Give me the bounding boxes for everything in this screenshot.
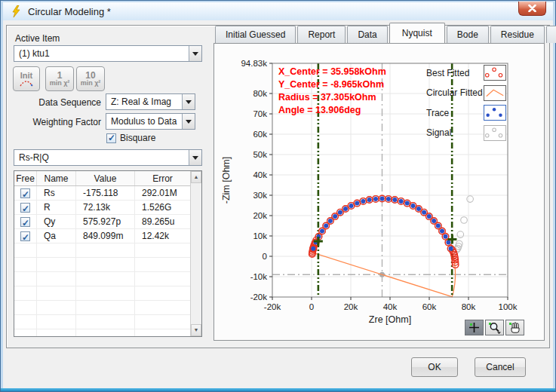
svg-text:-20k: -20k [250, 292, 268, 302]
weighting-factor-value: Modulus to Data [111, 116, 177, 127]
titlebar[interactable]: Circular Modeling * [3, 2, 553, 20]
window-bottom-edge [1, 388, 555, 391]
table-row-empty [14, 329, 190, 337]
plot-legend: Best FittedCircular FittedTraceSignal [426, 65, 506, 145]
legend-item: Circular Fitted [426, 85, 506, 101]
init-button-label: Init [20, 71, 33, 80]
bisquare-option: Bisquare [106, 133, 155, 143]
legend-item: Trace [426, 105, 506, 121]
scroll-up-icon[interactable]: ▲ [191, 171, 201, 183]
table-header: FreeNameValueError [14, 171, 190, 186]
init-curve-icon [19, 80, 34, 87]
legend-glyph-signal[interactable] [484, 125, 506, 141]
magnifier-icon [487, 321, 502, 334]
active-item-dropdown-button[interactable] [189, 46, 201, 61]
svg-text:60k: 60k [253, 130, 267, 139]
min-chi2-10-bottom: min χ² [81, 80, 101, 87]
svg-text:30k: 30k [253, 191, 267, 200]
table-row[interactable]: Qa849.099m12.42k [14, 229, 190, 243]
tab-initial-guessed[interactable]: Initial Guessed [215, 26, 296, 43]
svg-text:-Zim [Ohm]: -Zim [Ohm] [221, 157, 232, 204]
zoom-tool-button[interactable] [485, 320, 504, 335]
table-row-empty [14, 258, 190, 272]
free-checkbox[interactable] [20, 203, 30, 213]
table-row[interactable]: Qy575.927p89.265u [14, 215, 190, 229]
chevron-down-icon [186, 100, 192, 104]
data-sequence-combobox[interactable]: Z: Real & Imag [106, 93, 195, 110]
active-item-value: (1) ktu1 [19, 48, 50, 59]
app-lightning-icon [11, 5, 22, 17]
bisquare-checkbox[interactable] [106, 133, 116, 143]
svg-text:80k: 80k [462, 302, 476, 311]
active-item-label: Active Item [15, 33, 60, 44]
free-checkbox[interactable] [20, 217, 30, 227]
model-value: Rs-R|Q [19, 152, 49, 163]
table-row-empty [14, 286, 190, 301]
svg-text:-20k: -20k [264, 302, 281, 311]
table-row-empty [14, 315, 190, 329]
cancel-button[interactable]: Cancel [475, 357, 526, 377]
svg-text:0: 0 [309, 302, 314, 311]
tab-report[interactable]: Report [297, 26, 346, 43]
table-row[interactable]: R72.13k1.526G [14, 201, 190, 215]
free-checkbox[interactable] [20, 231, 30, 241]
scroll-down-icon[interactable]: ▼ [191, 324, 201, 336]
active-item-combobox[interactable]: (1) ktu1 [14, 45, 202, 62]
min-chi2-10-button[interactable]: 10 min χ² [76, 66, 105, 91]
model-combobox[interactable]: Rs-R|Q [14, 149, 202, 166]
close-button[interactable] [518, 2, 546, 16]
weighting-factor-combobox[interactable]: Modulus to Data [106, 113, 195, 130]
legend-glyph-trace[interactable] [484, 105, 506, 121]
svg-text:70k: 70k [253, 109, 267, 118]
data-sequence-value: Z: Real & Imag [111, 96, 171, 107]
bisquare-label: Bisquare [120, 133, 155, 143]
table-scrollbar[interactable]: ▲ ▼ [190, 171, 201, 336]
legend-label: Best Fitted [426, 68, 484, 78]
table-row-empty [14, 301, 190, 315]
svg-text:40k: 40k [383, 302, 398, 311]
tab-strip: Initial GuessedReportDataNyquistBodeResi… [215, 25, 556, 43]
svg-text:0: 0 [263, 252, 267, 261]
ok-button[interactable]: OK [411, 357, 458, 377]
chevron-down-icon [192, 156, 198, 160]
svg-text:60k: 60k [422, 302, 437, 311]
pan-tool-button[interactable] [505, 320, 524, 335]
svg-text:10k: 10k [253, 231, 267, 240]
chevron-down-icon [186, 120, 192, 124]
svg-text:80k: 80k [253, 89, 267, 98]
init-button[interactable]: Init [13, 66, 40, 91]
close-icon [528, 5, 536, 12]
model-dropdown-button[interactable] [189, 150, 201, 165]
min-chi2-1-button[interactable]: 1 min χ² [45, 66, 74, 91]
legend-item: Signal [426, 125, 506, 141]
svg-text:-10k: -10k [250, 272, 268, 281]
legend-glyph-best-fitted[interactable] [484, 65, 506, 81]
window-title: Circular Modeling * [28, 6, 111, 17]
legend-glyph-circular-fitted[interactable] [484, 85, 506, 101]
crosshair-icon [467, 321, 481, 334]
tab-bode[interactable]: Bode [447, 26, 489, 43]
svg-text:20k: 20k [344, 302, 358, 311]
table-row-empty [14, 243, 190, 258]
legend-label: Trace [426, 108, 484, 118]
cursor-tool-button[interactable] [465, 320, 484, 335]
cancel-button-label: Cancel [486, 362, 514, 372]
nyquist-tab-page: -20k020k40k60k80k100k94.83k80k70k60k50k4… [213, 43, 545, 341]
legend-item: Best Fitted [426, 65, 506, 81]
svg-text:50k: 50k [253, 150, 267, 159]
hand-icon [508, 321, 522, 334]
ok-button-label: OK [428, 362, 441, 372]
tab-residue[interactable]: Residue [490, 26, 545, 43]
svg-text:40k: 40k [253, 170, 267, 179]
tab-result[interactable]: Result [546, 26, 556, 43]
table-row[interactable]: Rs-175.118292.01M [14, 186, 190, 201]
legend-label: Signal [426, 127, 484, 138]
min-chi2-1-bottom: min χ² [50, 80, 70, 87]
tab-nyquist[interactable]: Nyquist [389, 23, 445, 43]
data-sequence-dropdown-button[interactable] [182, 94, 195, 109]
weighting-factor-dropdown-button[interactable] [182, 114, 195, 129]
tab-data[interactable]: Data [347, 26, 387, 43]
svg-text:94.83k: 94.83k [241, 59, 267, 68]
legend-label: Circular Fitted [426, 87, 484, 98]
free-checkbox[interactable] [20, 188, 30, 198]
